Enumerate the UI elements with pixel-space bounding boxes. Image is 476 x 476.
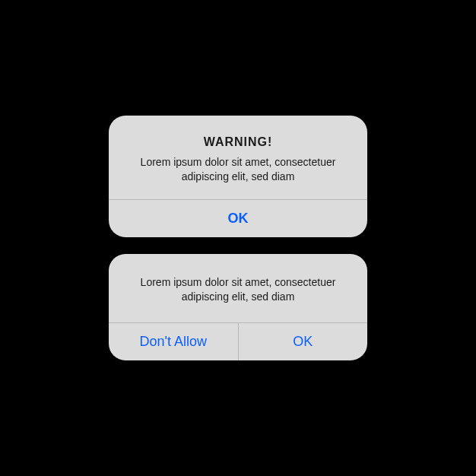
- alert-message: Lorem ipsum dolor sit amet, consectetuer…: [125, 275, 351, 304]
- alert-dialog-permission: Lorem ipsum dolor sit amet, consectetuer…: [109, 254, 367, 360]
- alert-button-row: Don't Allow OK: [109, 322, 367, 360]
- alert-message: Lorem ipsum dolor sit amet, consectetuer…: [125, 155, 351, 184]
- ok-button[interactable]: OK: [109, 200, 367, 237]
- alert-title: WARNING!: [125, 135, 351, 149]
- alert-body: Lorem ipsum dolor sit amet, consectetuer…: [109, 254, 367, 322]
- alert-button-row: OK: [109, 199, 367, 237]
- dont-allow-button[interactable]: Don't Allow: [109, 323, 238, 360]
- ok-button[interactable]: OK: [238, 323, 368, 360]
- alert-dialog-warning: WARNING! Lorem ipsum dolor sit amet, con…: [109, 116, 367, 237]
- alert-body: WARNING! Lorem ipsum dolor sit amet, con…: [109, 116, 367, 199]
